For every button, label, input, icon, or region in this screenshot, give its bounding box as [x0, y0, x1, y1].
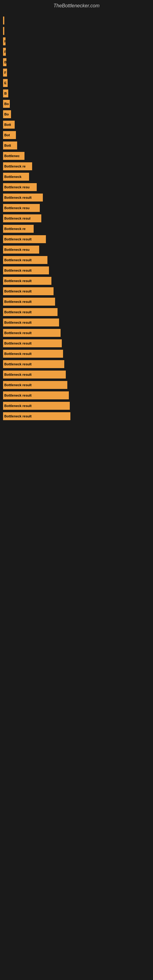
- bar-fill: Bottleneck result: [3, 266, 49, 274]
- bar-label: Bottleneck resu: [4, 248, 30, 251]
- bar-label: Bottleneck resul: [4, 216, 30, 220]
- bar-row: F: [3, 37, 147, 46]
- bar-fill: E: [3, 79, 8, 87]
- bar-row: Bott: [3, 120, 147, 129]
- bar-row: [3, 27, 147, 35]
- bar-label: B: [4, 92, 7, 95]
- bar-fill: Bottleneck resu: [3, 246, 39, 254]
- bar-label: Bottleneck result: [4, 373, 32, 376]
- bar-row: Bo: [3, 100, 147, 108]
- bar-fill: Bo: [3, 110, 11, 118]
- bar-label: Bottleneck result: [4, 300, 32, 304]
- bar-label: Bot: [4, 133, 10, 137]
- bar-fill: Bottleneck result: [3, 412, 70, 420]
- bar-label: Bottleneck re: [4, 227, 26, 231]
- bar-row: Bottleneck result: [3, 277, 147, 285]
- bar-fill: Bottleneck result: [3, 339, 62, 347]
- bar-row: Bottleneck result: [3, 381, 147, 389]
- site-title: TheBottlenecker.com: [0, 0, 153, 13]
- bar-label: Bottleneck result: [4, 362, 32, 366]
- bar-row: [3, 16, 147, 25]
- bar-row: E: [3, 79, 147, 87]
- bar-fill: B: [3, 89, 8, 97]
- bar-label: Bottleneck result: [4, 279, 32, 283]
- bar-fill: Bottleneck result: [3, 360, 64, 368]
- bar-label: F: [4, 50, 6, 54]
- bar-row: Bottleneck result: [3, 339, 147, 348]
- bar-fill: Bottleneck result: [3, 256, 48, 264]
- bar-fill: Bottleneck result: [3, 329, 61, 337]
- bar-row: Bottleneck result: [3, 401, 147, 410]
- bar-label: Bottleneck result: [4, 393, 32, 397]
- bar-row: F: [3, 68, 147, 77]
- bar-row: Bottlenec: [3, 151, 147, 160]
- bar-label: B: [4, 60, 6, 64]
- bar-label: Bottleneck result: [4, 383, 32, 387]
- bar-label: Bottleneck result: [4, 342, 32, 345]
- bar-row: Bottleneck result: [3, 318, 147, 327]
- bar-fill: Bottleneck result: [3, 371, 66, 379]
- bar-label: Bottleneck resu: [4, 185, 30, 189]
- bar-label: Bottlenec: [4, 154, 19, 158]
- bar-row: Bottleneck: [3, 172, 147, 181]
- bar-fill: Bo: [3, 100, 10, 108]
- bar-label: Bottleneck result: [4, 321, 32, 324]
- bar-label: Bottleneck result: [4, 290, 32, 293]
- bar-fill: Bottleneck re: [3, 162, 32, 170]
- bar-label: E: [4, 81, 6, 85]
- bar-label: Bottleneck result: [4, 404, 32, 407]
- bar-row: Bottleneck re: [3, 224, 147, 233]
- bar-label: Bottleneck result: [4, 258, 32, 262]
- bar-fill: F: [3, 37, 5, 45]
- bar-fill: Bottleneck result: [3, 402, 70, 410]
- bar-label: Bottleneck: [4, 175, 21, 178]
- bar-row: Bottleneck resu: [3, 204, 147, 212]
- bar-label: Bottleneck result: [4, 237, 32, 241]
- bar-row: Bottleneck result: [3, 235, 147, 243]
- bar-row: Bottleneck result: [3, 193, 147, 202]
- bar-fill: Bottleneck result: [3, 277, 51, 285]
- bar-row: Bottleneck resu: [3, 245, 147, 254]
- bar-row: Bottleneck resu: [3, 183, 147, 191]
- bar-row: Bottleneck resul: [3, 214, 147, 223]
- bar-fill: Bott: [3, 121, 15, 129]
- bar-label: Bottleneck re: [4, 164, 26, 168]
- bar-row: Bot: [3, 131, 147, 139]
- bar-label: F: [4, 71, 6, 75]
- bar-label: Bottleneck result: [4, 269, 32, 272]
- bar-label: Bottleneck result: [4, 352, 32, 356]
- bar-fill: F: [3, 48, 6, 56]
- bar-row: Bo: [3, 110, 147, 119]
- bar-label: Bo: [4, 102, 9, 106]
- bar-fill: [3, 16, 4, 24]
- bar-fill: Bottleneck: [3, 173, 29, 181]
- bar-fill: Bottleneck result: [3, 194, 43, 202]
- bar-fill: B: [3, 58, 6, 66]
- bar-row: Bottleneck result: [3, 370, 147, 379]
- bar-row: Bottleneck result: [3, 391, 147, 400]
- bar-fill: Bot: [3, 131, 16, 139]
- bar-fill: [3, 27, 4, 35]
- bar-label: Bottleneck resu: [4, 206, 30, 210]
- bar-label: Bott: [4, 144, 11, 147]
- bar-fill: Bottleneck result: [3, 391, 69, 399]
- bar-label: Bottleneck result: [4, 331, 32, 335]
- bar-row: B: [3, 89, 147, 98]
- bar-row: Bott: [3, 141, 147, 150]
- bar-row: Bottleneck result: [3, 329, 147, 337]
- bar-label: Bottleneck result: [4, 414, 32, 418]
- site-title-container: TheBottlenecker.com: [0, 0, 153, 13]
- bar-fill: Bottleneck result: [3, 235, 46, 243]
- bar-row: Bottleneck result: [3, 412, 147, 420]
- bar-row: Bottleneck result: [3, 266, 147, 275]
- bar-label: F: [4, 40, 5, 43]
- bar-row: Bottleneck result: [3, 298, 147, 306]
- bar-row: Bottleneck re: [3, 162, 147, 170]
- bar-row: B: [3, 58, 147, 67]
- bar-fill: Bottleneck result: [3, 381, 67, 389]
- bar-fill: Bottleneck re: [3, 225, 33, 233]
- bar-label: Bott: [4, 123, 11, 126]
- bar-label: Bo: [4, 112, 9, 116]
- bar-fill: Bottleneck result: [3, 318, 59, 326]
- bar-fill: Bottleneck result: [3, 287, 54, 295]
